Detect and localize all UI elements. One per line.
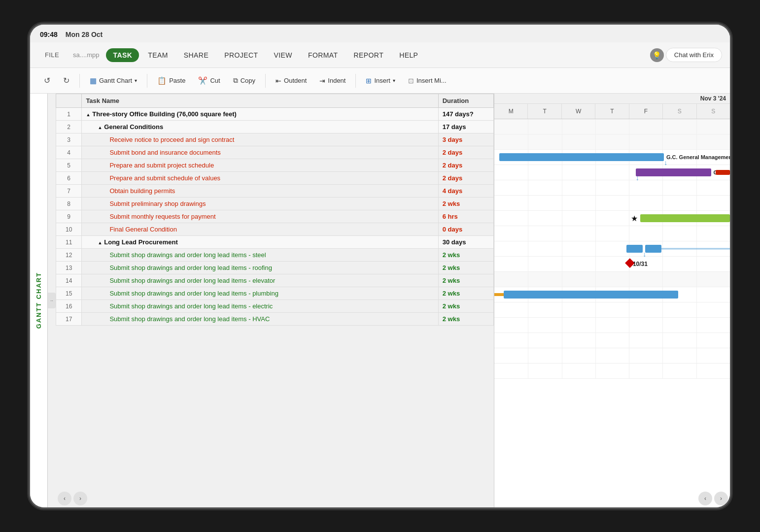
row-number: 4	[56, 146, 82, 159]
milestone-star: ★	[631, 214, 638, 223]
outdent-button[interactable]: ⇤ Outdent	[270, 74, 312, 88]
gantt-label-text: GANTT CHART	[35, 272, 42, 329]
menu-share[interactable]: SHARE	[177, 48, 215, 62]
status-time: 09:48	[40, 31, 58, 38]
chart-next-arrow[interactable]: ›	[714, 492, 728, 505]
row-number: 10	[56, 223, 82, 236]
menu-report[interactable]: REPORT	[347, 48, 391, 62]
task-name-cell[interactable]: Submit bond and insurance documents	[82, 146, 438, 159]
triangle-icon: ▲	[98, 240, 102, 245]
gantt-bar-teal-line	[661, 248, 730, 250]
duration-cell: 2 days	[438, 172, 493, 185]
insert-milestone-button[interactable]: ⊡ Insert Mi...	[402, 74, 452, 88]
duration-cell: 17 days	[438, 121, 493, 133]
triangle-icon: ▲	[98, 125, 102, 130]
menu-team[interactable]: TEAM	[141, 48, 175, 62]
redo-button[interactable]: ↻	[57, 73, 75, 88]
chart-row	[494, 134, 730, 150]
insert-icon: ⊞	[366, 77, 372, 85]
task-name-cell[interactable]: ▲Three-story Office Building (76,000 squ…	[82, 108, 438, 121]
task-name-cell[interactable]: Obtain building permits	[82, 185, 438, 198]
menu-bar: FILE sa....mpp TASK TEAM SHARE PROJECT V…	[30, 42, 730, 68]
divider-3	[265, 74, 266, 88]
table-row: 8Submit preliminary shop drawings2 wks	[56, 198, 494, 210]
task-name-cell[interactable]: Submit shop drawings and order long lead…	[82, 274, 438, 287]
menu-task[interactable]: TASK	[106, 48, 139, 62]
indent-label: Indent	[328, 77, 345, 84]
chart-row	[494, 119, 730, 134]
cut-button[interactable]: ✂️ Cut	[192, 73, 226, 88]
duration-cell: 2 wks	[438, 249, 493, 262]
row-number: 17	[56, 313, 82, 326]
gantt-bar-blue	[499, 153, 664, 161]
task-name-cell[interactable]: Submit shop drawings and order long lead…	[82, 249, 438, 262]
table-row: 3Receive notice to proceed and sign cont…	[56, 133, 494, 146]
task-name-cell[interactable]: Receive notice to proceed and sign contr…	[82, 133, 438, 146]
paste-button[interactable]: 📋 Paste	[151, 73, 191, 88]
table-prev-arrow[interactable]: ‹	[58, 492, 71, 505]
task-name-cell[interactable]: Submit preliminary shop drawings	[82, 198, 438, 210]
duration-cell: 0 days	[438, 223, 493, 236]
indent-button[interactable]: ⇥ Indent	[313, 74, 351, 88]
chart-row	[494, 348, 730, 364]
duration-cell: 2 wks	[438, 198, 493, 210]
table-row: 13Submit shop drawings and order long le…	[56, 262, 494, 274]
row-number: 12	[56, 249, 82, 262]
chart-row	[494, 272, 730, 287]
gantt-bar-blue-long	[504, 291, 678, 299]
copy-label: Copy	[241, 77, 255, 84]
summary-task-name: ▲Long Lead Procurement	[86, 238, 177, 246]
table-next-arrow[interactable]: ›	[73, 492, 87, 505]
day-col-t1: T	[528, 104, 561, 119]
duration-cell: 6 hrs	[438, 210, 493, 223]
menu-project[interactable]: PROJECT	[217, 48, 265, 62]
task-name-cell[interactable]: Prepare and submit project schedule	[82, 159, 438, 172]
chart-row: ★	[494, 211, 730, 226]
task-name-cell[interactable]: Submit shop drawings and order long lead…	[82, 287, 438, 300]
main-content: GANTT CHART ·· Task Name Duration 1▲Thre…	[30, 94, 730, 507]
task-name-cell[interactable]: Final General Condition	[82, 223, 438, 236]
chart-prev-arrow[interactable]: ‹	[698, 492, 712, 505]
duration-cell: 2 days	[438, 146, 493, 159]
task-name-cell[interactable]: Submit shop drawings and order long lead…	[82, 300, 438, 313]
outdent-label: Outdent	[284, 77, 307, 84]
chart-row	[494, 180, 730, 196]
table-row: 5Prepare and submit project schedule2 da…	[56, 159, 494, 172]
task-name-red: Obtain building permits	[86, 187, 175, 195]
collapse-button[interactable]: ··	[48, 293, 56, 308]
duration-cell: 2 days	[438, 159, 493, 172]
indent-icon: ⇥	[319, 77, 325, 85]
table-row: 9Submit monthly requests for payment6 hr…	[56, 210, 494, 223]
duration-cell: 147 days?	[438, 108, 493, 121]
chart-row: G.C. General Management↓	[494, 150, 730, 165]
task-name-cell[interactable]: Prepare and submit schedule of values	[82, 172, 438, 185]
task-name-cell[interactable]: Submit shop drawings and order long lead…	[82, 313, 438, 326]
task-name-cell[interactable]: ▲General Conditions	[82, 121, 438, 133]
table-nav-arrows: ‹ ›	[56, 490, 89, 507]
gantt-bar-blue-small	[626, 245, 643, 253]
chat-button[interactable]: Chat with Erix	[666, 48, 722, 62]
status-date: Mon 28 Oct	[66, 31, 103, 38]
chart-row	[494, 333, 730, 348]
undo-button[interactable]: ↺	[38, 73, 56, 88]
task-name-cell[interactable]: Submit shop drawings and order long lead…	[82, 262, 438, 274]
task-table-area: Task Name Duration 1▲Three-story Office …	[56, 94, 494, 507]
menu-format[interactable]: FORMAT	[301, 48, 345, 62]
chart-body: G.C. General Management↓G.C. Project M..…	[494, 119, 730, 379]
task-name-cell[interactable]: Submit monthly requests for payment	[82, 210, 438, 223]
gantt-chart-dropdown[interactable]: ▦ Gantt Chart ▾	[84, 73, 143, 88]
summary-task-name: ▲Three-story Office Building (76,000 squ…	[86, 110, 237, 118]
menu-view[interactable]: VIEW	[267, 48, 299, 62]
lightbulb-icon[interactable]: 💡	[650, 48, 664, 62]
task-name-green: Submit shop drawings and order long lead…	[86, 251, 266, 259]
menu-file[interactable]: FILE	[38, 48, 66, 62]
chat-label: Chat with Erix	[674, 51, 714, 59]
copy-button[interactable]: ⧉ Copy	[227, 73, 261, 88]
chart-row	[494, 364, 730, 379]
insert-milestone-icon: ⊡	[408, 77, 414, 85]
chart-date-header: Nov 3 '24	[494, 94, 730, 104]
menu-help[interactable]: HELP	[392, 48, 425, 62]
row-number: 6	[56, 172, 82, 185]
insert-button[interactable]: ⊞ Insert ▾	[360, 74, 401, 88]
task-name-cell[interactable]: ▲Long Lead Procurement	[82, 236, 438, 249]
